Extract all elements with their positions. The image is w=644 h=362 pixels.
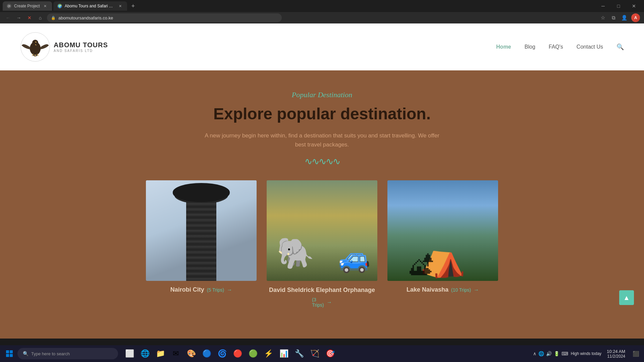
tab-close-2[interactable]: ✕ (118, 3, 123, 9)
taskbar-app9[interactable]: 🏹 (307, 346, 322, 361)
tab-favicon-1: ⟳ (7, 4, 11, 8)
close-button[interactable]: ✕ (627, 0, 641, 12)
clock-time: 10:24 AM (607, 349, 625, 354)
card-title-nairobi: Nairobi City (170, 286, 204, 293)
app1-icon: 🎨 (187, 349, 196, 358)
taskbar-right: ∧ 🌐 🔊 🔋 ⌨ High winds today 10:24 AM 11/2… (533, 346, 641, 361)
card-label-elephant: David Sheldrick Elephant Orphanage (3Tri… (267, 286, 377, 307)
scroll-top-button[interactable]: ▲ (619, 290, 634, 305)
card-label-nairobi: Nairobi City (5 Trips) → (146, 286, 257, 293)
tab-abomu[interactable]: 🌍 Abomu Tours and Safari – Abo… ✕ (53, 1, 127, 11)
app9-icon: 🏹 (310, 349, 319, 358)
cards-grid: Nairobi City (5 Trips) → 🐘 🚙 David Sheld… (40, 180, 604, 307)
profile-icon[interactable]: 👤 (621, 14, 628, 21)
app3-icon: 🌀 (218, 349, 227, 358)
app2-icon: 🔵 (202, 349, 211, 358)
card-image-nairobi (146, 180, 257, 281)
card-title-naivasha: Lake Naivasha (407, 286, 448, 293)
taskbar-browser[interactable]: 🌐 (138, 346, 152, 361)
nav-faqs[interactable]: FAQ's (549, 44, 563, 50)
notification-button[interactable]: ⬛ (631, 346, 641, 361)
app10-icon: 🎯 (326, 349, 335, 358)
taskbar: 🔍 Type here to search ⬜ 🌐 📁 ✉ 🎨 🔵 🌀 🔴 🟢 … (0, 345, 644, 362)
address-bar[interactable]: 🔒 abomutoursandsafaris.co.ke (47, 13, 282, 22)
system-tray: ∧ 🌐 🔊 🔋 ⌨ (533, 351, 568, 356)
browser-icon: 🌐 (141, 349, 150, 358)
windows-icon (6, 350, 13, 357)
site-header: ABOMU TOURS AND SAFARIS LTD Home Blog FA… (0, 23, 644, 70)
clock-date: 11/2/2024 (607, 354, 625, 359)
logo-name: ABOMU TOURS (54, 41, 108, 49)
taskbar-app8[interactable]: 🔧 (292, 346, 307, 361)
tab-favicon-2: 🌍 (57, 4, 62, 8)
forward-button[interactable]: → (15, 14, 23, 22)
tray-network[interactable]: 🌐 (538, 351, 544, 356)
wave-decoration: ∿∿∿∿∿ (40, 156, 604, 167)
website-content: ABOMU TOURS AND SAFARIS LTD Home Blog FA… (0, 23, 644, 339)
taskbar-mail[interactable]: ✉ (168, 346, 183, 361)
weather-text: High winds today (571, 351, 601, 356)
nav-home[interactable]: Home (496, 44, 511, 50)
mail-icon: ✉ (173, 349, 179, 358)
taskbar-app10[interactable]: 🎯 (323, 346, 337, 361)
card-image-naivasha: ⛺ 🏕 (387, 180, 498, 281)
search-icon[interactable]: 🔍 (616, 43, 624, 51)
card-arrow-elephant: → (327, 299, 332, 305)
taskbar-search-text: Type here to search (31, 351, 70, 356)
app8-icon: 🔧 (295, 349, 304, 358)
app5-icon: 🟢 (249, 349, 258, 358)
card-nairobi[interactable]: Nairobi City (5 Trips) → (146, 180, 257, 307)
card-naivasha[interactable]: ⛺ 🏕 Lake Naivasha (10 Trips) → (387, 180, 498, 307)
nav-contact[interactable]: Contact Us (577, 44, 603, 50)
taskbar-app5[interactable]: 🟢 (246, 346, 260, 361)
tray-up-arrow[interactable]: ∧ (533, 351, 536, 356)
card-trips-nairobi: (5 Trips) (207, 287, 224, 293)
card-elephant[interactable]: 🐘 🚙 David Sheldrick Elephant Orphanage (… (267, 180, 377, 307)
start-button[interactable] (3, 347, 16, 360)
address-text: abomutoursandsafaris.co.ke (58, 15, 113, 20)
tray-keyboard[interactable]: ⌨ (561, 351, 568, 356)
tray-volume[interactable]: 🔊 (546, 351, 552, 356)
card-trips-elephant: (3Trips) (312, 297, 324, 308)
extensions-icon[interactable]: ⧉ (610, 14, 617, 21)
taskbar-app4[interactable]: 🔴 (230, 346, 245, 361)
taskbar-items: ⬜ 🌐 📁 ✉ 🎨 🔵 🌀 🔴 🟢 ⚡ 📊 🔧 🏹 🎯 (122, 346, 337, 361)
taskbar-search-icon: 🔍 (23, 351, 29, 356)
tab-title-2: Abomu Tours and Safari – Abo… (65, 4, 115, 8)
window-controls: ─ □ ✕ (596, 0, 641, 12)
toolbar: ← → ✕ ⌂ 🔒 abomutoursandsafaris.co.ke ☆ ⧉… (0, 12, 644, 23)
home-button[interactable]: ⌂ (36, 14, 44, 22)
weather-area[interactable]: High winds today (571, 351, 601, 356)
taskbar-app2[interactable]: 🔵 (199, 346, 214, 361)
bookmark-icon[interactable]: ☆ (599, 14, 606, 21)
section-description: A new journey begin here within, find a … (205, 131, 439, 149)
tray-battery[interactable]: 🔋 (554, 351, 559, 356)
logo-subtitle: AND SAFARIS LTD (54, 49, 108, 53)
maximize-button[interactable]: □ (611, 0, 626, 12)
taskbar-app6[interactable]: ⚡ (261, 346, 276, 361)
taskbar-task-view[interactable]: ⬜ (122, 346, 137, 361)
nav-blog[interactable]: Blog (525, 44, 535, 50)
taskbar-app7[interactable]: 📊 (276, 346, 291, 361)
taskbar-search-bar[interactable]: 🔍 Type here to search (17, 348, 118, 359)
back-button[interactable]: ← (4, 14, 12, 22)
reload-button[interactable]: ✕ (25, 14, 34, 22)
taskbar-app1[interactable]: 🎨 (184, 346, 199, 361)
tab-close-1[interactable]: ✕ (43, 3, 48, 9)
profile-avatar[interactable]: A (631, 13, 640, 22)
card-arrow-nairobi: → (227, 287, 232, 293)
task-view-icon: ⬜ (125, 349, 134, 358)
app4-icon: 🔴 (233, 349, 242, 358)
clock-area[interactable]: 10:24 AM 11/2/2024 (604, 349, 628, 359)
card-image-elephant: 🐘 🚙 (267, 180, 377, 281)
taskbar-app3[interactable]: 🌀 (215, 346, 229, 361)
new-tab-button[interactable]: + (128, 1, 138, 11)
taskbar-files[interactable]: 📁 (153, 346, 168, 361)
logo-text: ABOMU TOURS AND SAFARIS LTD (54, 41, 108, 53)
card-title-elephant: David Sheldrick Elephant Orphanage (269, 286, 375, 294)
section-tag: Popular Destination (40, 90, 604, 99)
minimize-button[interactable]: ─ (596, 0, 610, 12)
app7-icon: 📊 (279, 349, 288, 358)
tab-create-project[interactable]: ⟳ Create Project ✕ (3, 1, 52, 11)
toolbar-actions: ☆ ⧉ 👤 A (599, 13, 640, 22)
